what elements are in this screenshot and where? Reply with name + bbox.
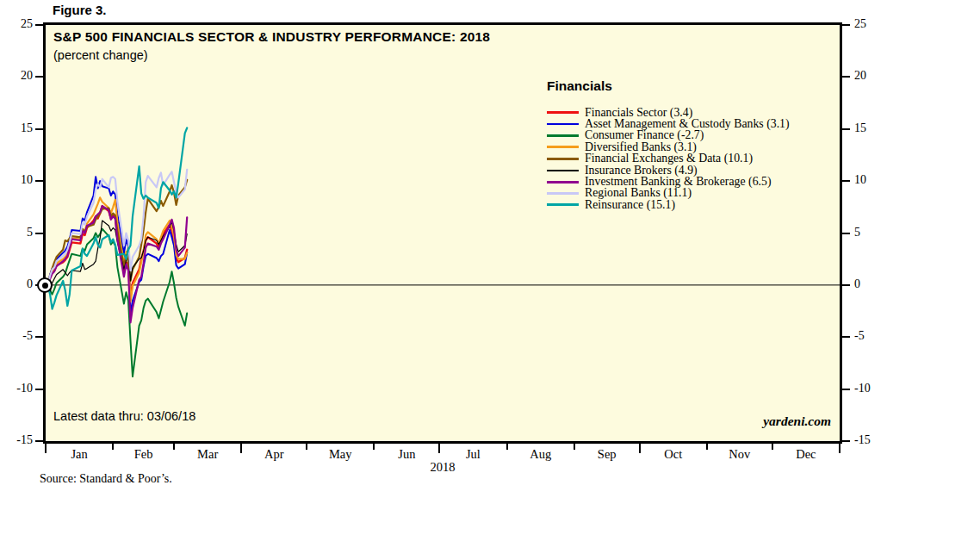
y-axis-label-left: 20 <box>3 69 33 83</box>
x-tick <box>173 444 175 450</box>
x-tick <box>438 444 440 453</box>
month-label: Aug <box>515 447 567 462</box>
y-tick-left <box>35 24 43 26</box>
x-tick <box>373 444 375 450</box>
legend-swatch <box>547 146 579 148</box>
y-axis-label-left: 10 <box>3 173 33 187</box>
legend-swatch <box>547 170 579 171</box>
legend-swatch <box>547 203 579 206</box>
legend-swatch <box>547 123 579 126</box>
month-label: Dec <box>780 447 832 462</box>
y-axis-label-right: 20 <box>854 69 884 83</box>
month-label: Mar <box>182 447 233 462</box>
chart-frame: S&P 500 FINANCIALS SECTOR & INDUSTRY PER… <box>43 22 842 444</box>
y-tick-left <box>35 76 43 78</box>
y-tick-right <box>842 180 850 182</box>
y-axis-label-left: 25 <box>3 17 33 31</box>
y-axis-label-left: 0 <box>3 277 33 291</box>
y-tick-left <box>35 233 43 234</box>
legend-items: Financials Sector (3.4)Asset Management … <box>547 107 790 211</box>
y-axis-label-right: 5 <box>854 226 884 240</box>
x-tick <box>839 444 840 453</box>
y-axis-label-left: 5 <box>3 226 33 240</box>
month-label: Oct <box>648 447 699 462</box>
y-tick-left <box>35 389 43 390</box>
latest-data-note: Latest data thru: 03/06/18 <box>53 409 195 423</box>
y-axis-label-left: -10 <box>3 382 33 395</box>
legend-swatch <box>547 111 579 114</box>
legend-swatch <box>547 158 579 160</box>
chart-subtitle: (percent change) <box>53 48 148 62</box>
month-label: May <box>314 447 366 462</box>
y-tick-right <box>842 284 850 286</box>
watermark: yardeni.com <box>763 414 831 429</box>
y-tick-left <box>35 180 43 182</box>
y-tick-right <box>842 76 850 78</box>
y-axis-label-left: -15 <box>3 433 33 447</box>
x-tick <box>574 444 575 450</box>
chart-title: S&P 500 FINANCIALS SECTOR & INDUSTRY PER… <box>53 29 490 45</box>
figure: Figure 3. S&P 500 FINANCIALS SECTOR & IN… <box>0 0 980 535</box>
legend-label: Reinsurance (15.1) <box>585 198 675 212</box>
y-axis-label-right: 15 <box>854 121 884 135</box>
x-tick <box>112 444 114 450</box>
y-axis-label-right: -5 <box>854 329 884 343</box>
figure-label: Figure 3. <box>53 3 107 17</box>
x-tick <box>772 444 773 450</box>
legend-title: Financials <box>547 78 790 94</box>
y-tick-right <box>842 24 850 26</box>
x-tick <box>706 444 708 450</box>
y-axis-label-right: -10 <box>854 382 884 395</box>
source-note: Source: Standard & Poor’s. <box>40 472 172 486</box>
x-tick <box>240 444 242 453</box>
month-label: Nov <box>714 447 766 462</box>
y-axis-label-right: 10 <box>854 173 884 187</box>
y-axis-label-left: 15 <box>3 121 33 135</box>
legend-item: Reinsurance (15.1) <box>547 199 790 210</box>
y-axis-label-left: -5 <box>3 329 33 343</box>
legend-swatch <box>547 134 579 137</box>
y-tick-right <box>842 233 850 234</box>
y-axis-label-right: 0 <box>854 277 884 291</box>
month-label: Apr <box>248 447 300 462</box>
y-tick-left <box>35 440 43 442</box>
month-label: Feb <box>118 447 170 462</box>
y-tick-left <box>35 336 43 338</box>
month-label: Sep <box>581 447 633 462</box>
x-tick <box>506 444 508 450</box>
x-tick <box>306 444 307 450</box>
y-tick-right <box>842 389 850 390</box>
legend: Financials Financials Sector (3.4)Asset … <box>547 78 790 211</box>
y-tick-right <box>842 336 850 338</box>
legend-swatch <box>547 192 579 195</box>
x-tick <box>639 444 641 453</box>
legend-swatch <box>547 181 579 184</box>
origin-marker <box>37 277 53 293</box>
x-tick <box>45 444 47 453</box>
y-tick-right <box>842 128 850 130</box>
y-axis-label-right: -15 <box>854 433 884 447</box>
y-tick-left <box>35 128 43 130</box>
y-tick-right <box>842 440 850 442</box>
year-label: 2018 <box>417 460 468 475</box>
y-axis-label-right: 25 <box>854 17 884 31</box>
month-label: Jan <box>53 447 105 462</box>
